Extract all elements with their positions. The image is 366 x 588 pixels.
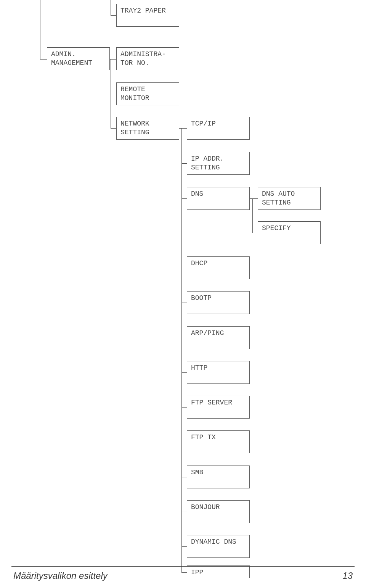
page-number: 13	[342, 570, 353, 581]
conn-dns	[181, 198, 187, 199]
node-label: FTP SERVER	[191, 398, 232, 407]
trunk-line-1	[23, 0, 23, 59]
node-label: IPP	[191, 568, 203, 577]
node-label: ARP/PING	[191, 329, 224, 338]
conn-arpping	[181, 338, 187, 338]
conn-ftpserver	[181, 407, 187, 408]
node-dns: DNS	[187, 187, 250, 210]
node-label: DHCP	[191, 259, 207, 268]
node-ipaddr: IP ADDR. SETTING	[187, 152, 250, 175]
node-label: REMOTE MONITOR	[120, 85, 149, 103]
col2-vline	[111, 59, 111, 128]
node-bonjour: BONJOUR	[187, 500, 250, 523]
node-label: TRAY2 PAPER	[120, 6, 166, 15]
node-label: BOOTP	[191, 294, 212, 303]
node-label: HTTP	[191, 364, 207, 372]
conn-smb	[181, 477, 187, 477]
node-label: SMB	[191, 468, 203, 477]
trunk-line-2	[40, 0, 40, 59]
node-ftptx: FTP TX	[187, 430, 250, 453]
node-dns-auto: DNS AUTO SETTING	[258, 187, 321, 210]
node-label: DNS AUTO SETTING	[262, 190, 295, 208]
conn-ipaddr	[181, 163, 187, 164]
conn-admin	[40, 59, 47, 60]
conn-specify	[252, 233, 258, 233]
conn-ftptx	[181, 442, 187, 442]
node-http: HTTP	[187, 361, 250, 384]
node-network: NETWORK SETTING	[116, 117, 179, 140]
node-label: TCP/IP	[191, 119, 216, 128]
footer-divider	[11, 566, 355, 567]
conn-bonjour	[181, 512, 187, 512]
node-label: ADMINISTRA- TOR NO.	[120, 50, 166, 68]
node-label: IP ADDR. SETTING	[191, 155, 224, 172]
conn-dns-auto	[250, 198, 258, 199]
conn-dyndns	[181, 546, 187, 547]
conn-http	[181, 372, 187, 373]
node-label: BONJOUR	[191, 503, 220, 512]
node-tray2: TRAY2 PAPER	[116, 4, 179, 27]
node-bootp: BOOTP	[187, 291, 250, 314]
conn-dhcp	[181, 268, 187, 268]
node-label: FTP TX	[191, 433, 216, 442]
footer-text: Määritysvalikon esittely	[13, 570, 108, 581]
conn-bootp	[181, 303, 187, 303]
conn-network	[111, 128, 116, 129]
node-remote: REMOTE MONITOR	[116, 82, 179, 105]
conn-ipp	[181, 572, 187, 573]
node-label: ADMIN. MANAGEMENT	[51, 50, 92, 68]
node-admin-management: ADMIN. MANAGEMENT	[47, 47, 110, 70]
node-dyndns: DYNAMIC DNS	[187, 535, 250, 558]
node-label: NETWORK SETTING	[120, 119, 149, 137]
node-dhcp: DHCP	[187, 256, 250, 279]
node-label: DNS	[191, 190, 203, 198]
col4-vline	[252, 198, 253, 233]
node-smb: SMB	[187, 466, 250, 488]
conn-remote	[111, 94, 116, 94]
col2-stub-top	[111, 0, 111, 15]
node-label: SPECIFY	[262, 224, 291, 233]
node-arpping: ARP/PING	[187, 326, 250, 349]
conn-tray2	[111, 15, 116, 16]
node-tcpip: TCP/IP	[187, 117, 250, 140]
node-label: DYNAMIC DNS	[191, 538, 236, 546]
node-ipp: IPP	[187, 565, 250, 578]
node-ftpserver: FTP SERVER	[187, 396, 250, 419]
node-specify: SPECIFY	[258, 221, 321, 244]
node-admin-no: ADMINISTRA- TOR NO.	[116, 47, 179, 70]
conn-tcpip	[179, 128, 187, 129]
col3-vline	[181, 128, 182, 572]
